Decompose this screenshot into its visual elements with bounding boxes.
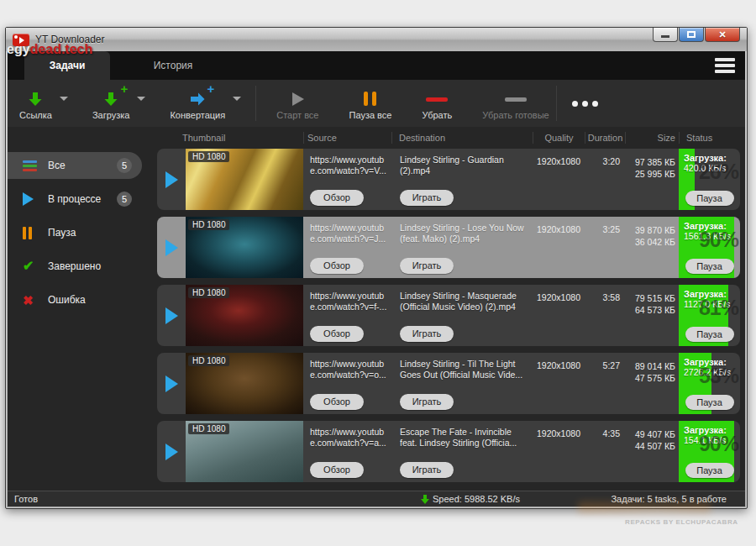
quality-value: 1920x1080 — [533, 353, 585, 414]
play-icon — [165, 239, 178, 256]
error-cross-icon: ✖ — [23, 294, 41, 307]
minimize-button[interactable] — [653, 28, 678, 42]
source-url-line1: https://www.youtub — [310, 155, 390, 165]
remove-label: Убрать — [422, 110, 452, 120]
tab-history[interactable]: История — [110, 51, 236, 80]
header-destination[interactable]: Destination — [391, 132, 533, 144]
hd-quality-badge: HD 1080 — [188, 355, 229, 366]
download-row[interactable]: HD 1080 https://www.youtub e.com/watch?v… — [157, 285, 740, 346]
size-total: 49 407 КБ — [625, 428, 675, 440]
close-button[interactable]: ✕ — [705, 28, 740, 42]
convert-dropdown-chevron-icon[interactable] — [233, 97, 241, 101]
play-file-button[interactable]: Играть — [400, 258, 454, 274]
site-watermark: egydead.tech — [7, 42, 92, 57]
source-url-line1: https://www.youtub — [310, 359, 390, 370]
play-file-button[interactable]: Играть — [400, 326, 454, 342]
play-file-button[interactable]: Играть — [400, 462, 454, 478]
size-total: 79 515 КБ — [625, 292, 675, 304]
destination-cell: Lindsey Stirling - Lose You Now (feat. M… — [391, 217, 533, 278]
app-window: YT Downloader ✕ Задачи История Ссылка — [5, 27, 748, 509]
play-file-button[interactable]: Играть — [400, 190, 454, 206]
download-row[interactable]: HD 1080 https://www.youtub e.com/watch?v… — [157, 353, 740, 414]
header-thumbnail[interactable]: Thumbnail — [157, 132, 303, 144]
header-duration[interactable]: Duration — [585, 132, 625, 144]
video-thumbnail: HD 1080 — [186, 285, 303, 346]
pause-all-button[interactable]: Пауза все — [349, 80, 391, 127]
row-start-button[interactable] — [157, 353, 186, 414]
pause-button[interactable]: Пауза — [685, 463, 734, 478]
start-all-label: Старт все — [276, 110, 318, 120]
count-badge: 5 — [117, 192, 132, 207]
row-start-button[interactable] — [157, 421, 186, 482]
source-cell: https://www.youtub e.com/watch?v=f-... О… — [303, 285, 391, 346]
play-icon — [165, 307, 178, 324]
pause-button[interactable]: Пауза — [685, 327, 734, 342]
remove-completed-button[interactable]: Убрать готовые — [482, 80, 549, 127]
pause-button[interactable]: Пауза — [685, 395, 734, 410]
download-row[interactable]: HD 1080 https://www.youtub e.com/watch?v… — [157, 421, 740, 482]
header-size[interactable]: Size — [625, 132, 679, 144]
size-downloaded: 64 573 КБ — [625, 304, 675, 316]
quality-value: 1920x1080 — [533, 149, 585, 210]
destination-line2: (feat. Mako) (2).mp4 — [400, 234, 531, 244]
more-options-button[interactable] — [564, 80, 606, 127]
menu-button[interactable] — [715, 58, 735, 73]
link-dropdown-chevron-icon[interactable] — [60, 97, 68, 101]
sidebar-item-completed[interactable]: ✔ Завершено — [8, 253, 142, 280]
duration-value: 3:58 — [585, 285, 625, 346]
add-link-label: Ссылка — [19, 110, 52, 120]
play-file-button[interactable]: Играть — [400, 394, 454, 410]
add-link-button[interactable]: Ссылка — [19, 80, 52, 127]
size-total: 97 385 КБ — [625, 156, 675, 168]
completed-check-icon: ✔ — [23, 260, 41, 273]
sidebar-item-all[interactable]: Все 5 — [8, 152, 142, 179]
header-source[interactable]: Source — [303, 132, 391, 144]
row-start-button[interactable] — [157, 149, 186, 210]
titlebar[interactable]: YT Downloader ✕ — [6, 28, 747, 51]
maximize-button[interactable] — [679, 28, 704, 42]
download-dropdown-chevron-icon[interactable] — [137, 97, 145, 101]
hd-quality-badge: HD 1080 — [188, 287, 229, 298]
start-all-button[interactable]: Старт все — [276, 80, 318, 127]
remove-completed-label: Убрать готовые — [482, 110, 549, 120]
faded-watermark — [578, 501, 711, 513]
browse-button[interactable]: Обзор — [310, 394, 364, 410]
in-progress-icon — [23, 192, 41, 206]
sidebar-item-error[interactable]: ✖ Ошибка — [8, 286, 142, 313]
source-url-line2: e.com/watch?v=a... — [310, 438, 390, 449]
link-download-icon — [27, 87, 44, 108]
browse-button[interactable]: Обзор — [310, 258, 364, 274]
video-thumbnail: HD 1080 — [186, 217, 303, 278]
add-download-button[interactable]: + Загрузка — [92, 80, 129, 127]
status-state: Готов — [14, 494, 38, 504]
toolbar-separator — [255, 86, 256, 121]
table-header: Thumbnail Source Destination Quality Dur… — [157, 127, 740, 149]
destination-line1: Lindsey Stirling - Masquerade — [400, 291, 531, 302]
remove-button[interactable]: Убрать — [422, 80, 452, 127]
row-start-button[interactable] — [157, 285, 186, 346]
sidebar-item-paused[interactable]: Пауза — [8, 219, 142, 246]
download-row[interactable]: HD 1080 https://www.youtub e.com/watch?v… — [157, 149, 740, 210]
quality-value: 1920x1080 — [533, 421, 585, 482]
status-cell: Загрузка: 2726.2 КБ/s 53% Пауза — [679, 353, 740, 414]
size-cell: 89 014 КБ 47 575 КБ — [625, 353, 679, 414]
pause-button[interactable]: Пауза — [685, 259, 734, 274]
sidebar: Все 5 В процессе 5 Пауза ✔ Завершено — [8, 127, 157, 491]
row-start-button[interactable] — [157, 217, 186, 278]
toolbar-separator — [556, 86, 557, 121]
browse-button[interactable]: Обзор — [310, 462, 364, 478]
progress-percent: 90% — [699, 228, 738, 252]
status-speed-text: Speed: 5988.52 KB/s — [433, 494, 520, 504]
downloads-table: Thumbnail Source Destination Quality Dur… — [157, 127, 745, 491]
header-quality[interactable]: Quality — [533, 132, 585, 144]
download-plus-icon: + — [102, 87, 119, 108]
browse-button[interactable]: Обзор — [310, 190, 364, 206]
header-status[interactable]: Status — [679, 132, 740, 144]
minimize-icon — [661, 35, 669, 38]
pause-button[interactable]: Пауза — [685, 191, 734, 206]
add-conversion-button[interactable]: + Конвертация — [170, 80, 225, 127]
quality-value: 1920x1080 — [533, 285, 585, 346]
download-row[interactable]: HD 1080 https://www.youtub e.com/watch?v… — [157, 217, 740, 278]
sidebar-item-in-progress[interactable]: В процессе 5 — [8, 186, 142, 213]
browse-button[interactable]: Обзор — [310, 326, 364, 342]
